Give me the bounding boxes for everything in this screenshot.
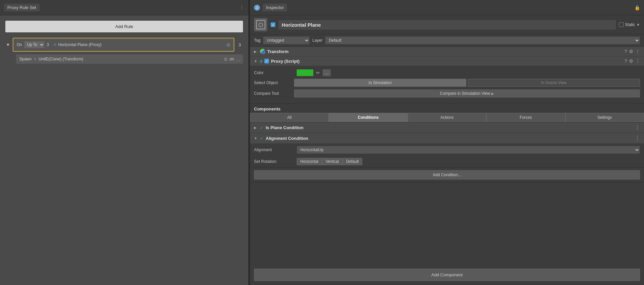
- object-name-input[interactable]: [279, 20, 616, 29]
- rule-hash: #: [54, 42, 56, 47]
- tab-actions[interactable]: Actions: [408, 113, 486, 122]
- alignment-condition-section: ▼ ✓ Alignment Condition ⋮ Alignment Hori…: [250, 133, 644, 168]
- is-plane-check-icon: ✓: [260, 125, 264, 130]
- tab-all[interactable]: All: [250, 113, 329, 122]
- proxy-body: Color ✏ ... Select Object In Simulation …: [250, 66, 644, 104]
- is-plane-condition-title: Is Plane Condition: [266, 125, 633, 130]
- proxy-help-button[interactable]: ?: [624, 58, 627, 64]
- color-row: Color ✏ ...: [254, 69, 640, 76]
- color-swatch[interactable]: [297, 69, 313, 76]
- select-object-buttons: In Simulation In Scene View: [294, 79, 640, 87]
- alignment-check-icon: ✓: [260, 136, 264, 141]
- transform-menu-button[interactable]: ⋮: [635, 49, 640, 54]
- inspector-tab[interactable]: Inspector: [263, 4, 287, 11]
- spawn-target-button[interactable]: ⊙: [224, 56, 228, 62]
- object-icon: ⬡: [256, 20, 265, 29]
- static-checkbox[interactable]: [619, 22, 624, 27]
- left-panel: Proxy Rule Set ⋮ Add Rule ▼ On Up To 3 #…: [0, 0, 248, 285]
- add-rule-button[interactable]: Add Rule: [5, 21, 243, 32]
- spawn-on-label: on: [230, 57, 234, 61]
- left-panel-content: Add Rule ▼ On Up To 3 # Horizontal Plane…: [0, 15, 248, 285]
- transform-help-button[interactable]: ?: [624, 49, 627, 54]
- transform-title: Transform: [267, 49, 622, 54]
- rule-target-button[interactable]: ⊙: [226, 42, 230, 47]
- layer-label: Layer: [312, 38, 322, 43]
- alignment-menu-button[interactable]: ⋮: [635, 135, 640, 141]
- tag-layer-row: Tag Untagged Layer Default: [250, 34, 644, 47]
- tag-label: Tag: [254, 38, 260, 43]
- select-object-row: Select Object In Simulation In Scene Vie…: [254, 79, 640, 87]
- rotation-horizontal-button[interactable]: Horizontal: [297, 158, 322, 165]
- compare-arrow-icon: ▶: [491, 92, 494, 95]
- transform-color-icon: [260, 49, 265, 54]
- transform-settings-button[interactable]: ⚙: [629, 49, 633, 54]
- spawn-row: Spawn ✦ UnitE(Clone) (Transform) ⊙ on ..…: [16, 54, 243, 64]
- rule-expand-button[interactable]: ▼: [5, 42, 11, 48]
- color-label: Color: [254, 70, 294, 75]
- object-icon-box: ⬡: [254, 18, 267, 31]
- proxy-menu-button[interactable]: ⋮: [635, 58, 640, 64]
- proxy-section-header[interactable]: ▼ # ✓ Proxy (Script) ? ⚙ ⋮: [250, 56, 644, 66]
- object-header: ⬡ ✓ Static ▼: [250, 15, 644, 34]
- rule-box: On Up To 3 # Horizontal Plane (Proxy) ⊙: [13, 38, 234, 52]
- alignment-arrow-icon: ▼: [254, 136, 258, 140]
- alignment-condition-header[interactable]: ▼ ✓ Alignment Condition ⋮: [250, 133, 644, 144]
- transform-section-header[interactable]: ▶ Transform ? ⚙ ⋮: [250, 47, 644, 56]
- transform-section-icons: ? ⚙ ⋮: [624, 49, 640, 54]
- color-picker-icon[interactable]: ✏: [316, 70, 320, 75]
- compare-tool-row: Compare Tool Compare in Simulation View …: [254, 89, 640, 97]
- add-component-area: Add Component: [250, 265, 644, 285]
- spawn-object-name: UnitE(Clone) (Transform): [39, 57, 222, 61]
- proxy-checkbox[interactable]: ✓: [264, 59, 269, 63]
- color-dots-button[interactable]: ...: [323, 69, 331, 76]
- proxy-section-icons: ? ⚙ ⋮: [624, 58, 640, 64]
- proxy-settings-button[interactable]: ⚙: [629, 58, 633, 64]
- alignment-select[interactable]: HorizontalUp: [297, 146, 640, 154]
- proxy-rule-set-tab[interactable]: Proxy Rule Set: [4, 4, 40, 11]
- set-rotation-label: Set Rotation:: [254, 159, 294, 164]
- alignment-label: Alignment: [254, 148, 294, 152]
- compare-button[interactable]: Compare in Simulation View ▶: [294, 89, 640, 97]
- spawn-dots-button[interactable]: ...: [236, 57, 240, 62]
- tab-conditions[interactable]: Conditions: [329, 113, 407, 122]
- rule-object-name: Horizontal Plane (Proxy): [58, 42, 224, 47]
- compare-tool-label: Compare Tool: [254, 91, 294, 96]
- rule-count-right: 3: [236, 42, 243, 47]
- inspector-scroll: ⬡ ✓ Static ▼ Tag Untagged Layer Default …: [250, 15, 644, 285]
- left-panel-header: Proxy Rule Set ⋮: [0, 0, 248, 15]
- alignment-condition-title: Alignment Condition: [266, 136, 633, 141]
- lock-icon[interactable]: 🔒: [634, 5, 640, 10]
- proxy-arrow-icon: ▼: [254, 59, 258, 63]
- layer-select[interactable]: Default: [325, 36, 640, 44]
- left-panel-menu-icon[interactable]: ⋮: [239, 4, 244, 11]
- spawn-icon: ✦: [34, 57, 37, 61]
- object-active-checkbox[interactable]: ✓: [271, 22, 275, 27]
- tab-settings[interactable]: Settings: [565, 113, 644, 122]
- tab-forces[interactable]: Forces: [486, 113, 565, 122]
- spacer: [250, 183, 644, 265]
- alignment-property-row: Alignment HorizontalUp: [250, 144, 644, 156]
- rotation-buttons: Horizontal Vertical Default: [297, 158, 362, 165]
- components-label: Components: [250, 104, 644, 113]
- tag-select[interactable]: Untagged: [263, 36, 310, 44]
- static-label: Static: [625, 22, 635, 27]
- select-object-label: Select Object: [254, 80, 294, 85]
- in-simulation-button[interactable]: In Simulation: [294, 79, 466, 87]
- components-tabs: All Conditions Actions Forces Settings: [250, 113, 644, 122]
- right-panel: i Inspector 🔒 ⬡ ✓ Static ▼ Tag Untagged: [250, 0, 644, 285]
- add-condition-button[interactable]: Add Condition...: [254, 170, 640, 180]
- rotation-vertical-button[interactable]: Vertical: [322, 158, 342, 165]
- rotation-default-button[interactable]: Default: [342, 158, 362, 165]
- condition-dropdown[interactable]: Up To: [24, 41, 45, 48]
- add-component-button[interactable]: Add Component: [254, 269, 640, 281]
- in-scene-view-button[interactable]: In Scene View: [468, 79, 640, 87]
- rule-row: ▼ On Up To 3 # Horizontal Plane (Proxy) …: [5, 38, 243, 52]
- proxy-hash-icon: #: [260, 59, 262, 64]
- compare-button-label: Compare in Simulation View: [440, 91, 490, 96]
- static-dropdown-button[interactable]: ▼: [636, 23, 640, 27]
- is-plane-menu-button[interactable]: ⋮: [635, 124, 640, 131]
- rule-count: 3: [47, 42, 52, 47]
- proxy-title: Proxy (Script): [271, 59, 622, 64]
- add-condition-row: Add Condition...: [250, 168, 644, 183]
- inspector-header: i Inspector 🔒: [250, 0, 644, 15]
